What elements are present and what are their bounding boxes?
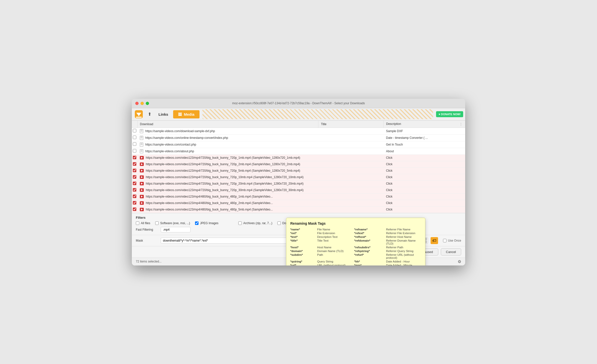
url-text: https://sample-videos.com/video123/mp4/7… [146,175,303,179]
tag-value: File Name [317,228,352,231]
row-checkbox[interactable] [133,136,136,139]
filter-all-files-checkbox[interactable] [136,221,139,225]
th-checkbox [132,121,137,128]
video-icon [140,208,144,211]
fast-filter-label: Fast Filtering [136,228,158,231]
filter-archives[interactable]: Archives (zip, rar, 7...) [238,221,272,225]
row-checkbox-cell[interactable] [132,141,137,148]
video-icon [140,169,144,172]
fast-filter-input[interactable] [161,227,191,232]
row-description-cell: Date - timestamp Converter ( ... [384,134,465,141]
row-description-cell: Click [384,167,465,174]
gear-button[interactable]: ⚙ [458,259,461,264]
row-checkbox-cell[interactable] [132,180,137,187]
row-url-cell: https://sample-videos.com/video123/mp4/7… [137,167,318,174]
url-text: https://sample-videos.com/video123/mp4/7… [146,156,300,159]
toolbar: ⬆ Links 🖼 Media ♥ DONATE NOW! [132,108,465,121]
tag-key: *refqstring* [354,250,384,253]
use-once-checkbox[interactable] [443,239,447,242]
tag-key: *subdirs* [290,253,315,259]
tag-value: Domain Name (TLD) [317,250,352,253]
url-text: https://sample-videos.com/video123/mp4/4… [146,195,273,198]
column-menu-icon[interactable]: ⋮ [459,122,463,126]
row-description-cell: Sample DXF [384,128,465,134]
donate-button[interactable]: ♥ DONATE NOW! [436,111,463,117]
th-description: Description ⋮ [384,121,465,128]
close-button[interactable] [135,102,139,105]
tag-value: Query String [317,260,352,263]
row-url-cell: https://sample-videos.com/video123/mp4/4… [137,206,318,213]
row-checkbox[interactable] [133,169,136,172]
url-text: https://sample-videos.com/contact.php [145,143,196,146]
titlebar: moz-extension://50cc808f-7e07-134d-bd72-… [132,99,465,108]
row-checkbox-cell[interactable] [132,134,137,141]
minimize-button[interactable] [141,102,144,105]
row-title-cell [318,174,384,180]
row-checkbox-cell[interactable] [132,187,137,193]
download-table-container[interactable]: Download Title Description ⋮ https://sam… [132,121,465,213]
share-button[interactable]: ⬆ [146,110,153,118]
row-checkbox[interactable] [133,195,136,198]
tab-links[interactable]: Links [154,111,172,118]
video-icon [140,195,144,198]
traffic-lights[interactable] [135,102,149,105]
tag-key: *refext* [354,232,384,235]
row-description-cell: Get In Touch [384,141,465,148]
tag-key: *domain* [290,250,315,253]
main-content: Download Title Description ⋮ https://sam… [132,121,465,265]
row-checkbox-cell[interactable] [132,161,137,167]
row-checkbox-cell[interactable] [132,128,137,134]
row-checkbox[interactable] [133,162,136,166]
row-checkbox[interactable] [133,188,136,192]
url-text: https://sample-videos.com/video123/mp4/7… [146,169,300,172]
tag-button[interactable]: 🏷 [431,237,438,244]
logo-icon [134,109,144,119]
row-title-cell [318,200,384,206]
row-url-cell: https://sample-videos.com/video123/mp4/4… [137,200,318,206]
doc-icon [140,129,143,133]
row-checkbox-cell[interactable] [132,174,137,180]
row-checkbox[interactable] [133,156,136,159]
window-title: moz-extension://50cc808f-7e07-134d-bd72-… [232,102,365,105]
row-checkbox[interactable] [133,149,136,153]
doc-icon [140,149,143,153]
tag-key: *name* [290,228,315,231]
th-title: Title [318,121,384,128]
filter-all-files[interactable]: All files [136,221,150,225]
row-checkbox-cell[interactable] [132,206,137,213]
filter-software[interactable]: Software (exe, msi, ...) [155,221,190,225]
filter-documents-checkbox[interactable] [277,221,281,225]
row-checkbox-cell[interactable] [132,167,137,174]
video-icon [140,156,144,159]
tab-media[interactable]: 🖼 Media [173,110,199,118]
row-checkbox[interactable] [133,182,136,185]
filter-jpeg[interactable]: JPEG Images [195,221,218,225]
table-row: https://sample-videos.com/video123/mp4/4… [132,193,465,200]
maximize-button[interactable] [146,102,149,105]
row-checkbox-cell[interactable] [132,155,137,161]
url-text: https://sample-videos.com/download-sampl… [145,129,215,133]
filter-jpeg-checkbox[interactable] [195,221,199,225]
row-description-cell: Click [384,200,465,206]
video-icon [140,175,144,179]
tag-key: *host* [290,246,315,249]
row-url-cell: https://sample-videos.com/about.php [137,148,318,155]
row-title-cell [318,161,384,167]
filter-software-checkbox[interactable] [155,221,159,225]
row-description-cell: Click [384,161,465,167]
row-checkbox[interactable] [133,201,136,205]
row-checkbox[interactable] [133,208,136,211]
row-checkbox-cell[interactable] [132,200,137,206]
row-checkbox[interactable] [133,142,136,146]
row-checkbox-cell[interactable] [132,148,137,155]
video-icon [140,188,144,192]
row-url-cell: https://sample-videos.com/video123/mp4/7… [137,174,318,180]
row-url-cell: https://sample-videos.com/video123/mp4/7… [137,180,318,187]
filter-archives-checkbox[interactable] [238,221,242,225]
mask-label: Mask [136,239,158,242]
cancel-button[interactable]: Cancel [441,248,461,256]
row-checkbox-cell[interactable] [132,193,137,200]
row-checkbox[interactable] [133,175,136,179]
row-checkbox[interactable] [133,129,136,132]
tag-value: Host Name [317,246,352,249]
